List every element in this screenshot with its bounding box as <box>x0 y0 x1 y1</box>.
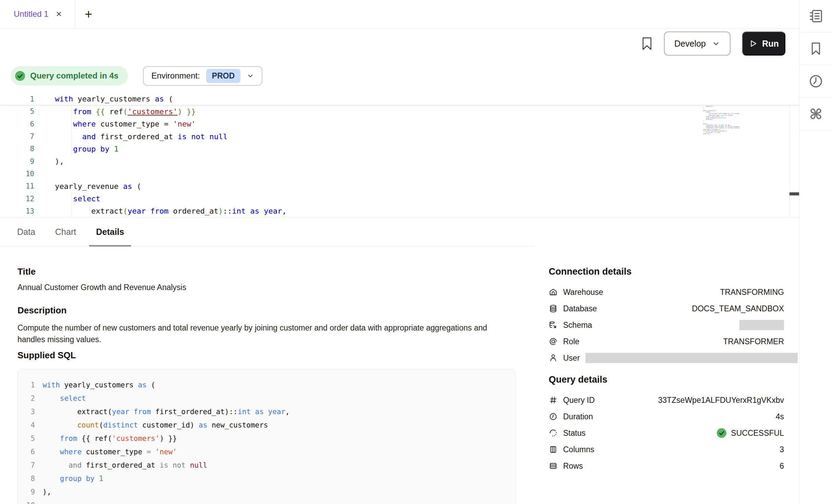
code-line: 13 extract(year from ordered_at)::int as… <box>0 205 799 217</box>
details-panel: Title Annual Customer Growth and Revenue… <box>0 247 799 504</box>
line-number: 7 <box>0 132 34 141</box>
line-number: 8 <box>0 145 34 153</box>
user-icon <box>549 353 558 362</box>
line-number: 5 <box>0 107 34 116</box>
supplied-sql-block: 1with yearly_customers as (2 select3 ext… <box>17 369 516 504</box>
redacted-value <box>585 353 798 363</box>
row-value: TRANSFORMING <box>720 288 784 297</box>
develop-label: Develop <box>674 39 706 49</box>
schema-icon <box>549 321 558 329</box>
code-line: 8 group by 1 <box>18 472 515 485</box>
warehouse-icon <box>549 288 558 297</box>
code-line: 6 where customer_type = 'new' <box>0 118 799 130</box>
environment-value-badge: PROD <box>206 69 240 83</box>
run-label: Run <box>762 39 779 49</box>
check-circle-icon <box>15 71 25 81</box>
columns-icon <box>549 445 558 454</box>
spinner-icon <box>549 429 558 437</box>
bookmark-button[interactable] <box>642 37 652 50</box>
toolbar: Develop Run <box>0 28 799 59</box>
row-label: Database <box>563 304 597 313</box>
code-line: 7 and first_ordered_at is not null <box>18 458 515 472</box>
query-row-columns: Columns 3 <box>549 441 784 458</box>
develop-dropdown-button[interactable]: Develop <box>664 32 730 56</box>
row-value: TRANSFORMER <box>723 337 784 346</box>
connection-row-schema: Schema <box>549 317 784 333</box>
editor-code: 1with yearly_customers as (5 from {{ ref… <box>0 93 799 217</box>
result-tab-bar: Data Chart Details <box>0 217 535 247</box>
line-number: 3 <box>18 408 35 416</box>
code-line: 6 where customer_type = 'new' <box>18 445 515 458</box>
chevron-down-icon <box>712 39 720 48</box>
tab-chart[interactable]: Chart <box>48 217 83 246</box>
tab-untitled-1[interactable]: Untitled 1 × <box>0 0 75 28</box>
row-label: Duration <box>563 412 593 421</box>
row-label: User <box>563 353 580 363</box>
row-value: SUCCESSFUL <box>731 429 784 438</box>
line-number: 13 <box>0 207 34 215</box>
clock-icon <box>549 412 558 421</box>
code-line: 1with yearly_customers as ( <box>0 93 799 105</box>
sidebar-item-notebook[interactable] <box>799 0 832 33</box>
code-line: 5 from {{ ref('customers') }} <box>0 105 799 118</box>
query-row-status: Status SUCCESSFUL <box>549 425 784 441</box>
success-check-icon <box>716 428 727 438</box>
rows-icon <box>549 461 558 470</box>
connection-row-user: User <box>549 350 784 366</box>
line-number: 8 <box>18 475 35 483</box>
details-right-column: Connection details Warehouse TRANSFORMIN… <box>549 266 784 474</box>
query-status-badge: Query completed in 4s <box>11 66 128 85</box>
row-label: Columns <box>563 445 594 454</box>
code-line: 9), <box>0 155 799 167</box>
row-label: Query ID <box>563 396 595 405</box>
history-clock-icon <box>808 73 824 89</box>
editor-scrollbar[interactable] <box>789 93 799 217</box>
line-number: 11 <box>0 182 34 190</box>
sidebar-item-history[interactable] <box>799 65 832 98</box>
line-number: 1 <box>0 95 34 103</box>
close-icon[interactable]: × <box>56 9 61 19</box>
run-button[interactable]: Run <box>742 32 785 56</box>
code-line: 12 select <box>0 192 799 205</box>
supplied-sql-heading: Supplied SQL <box>17 350 518 361</box>
environment-selector[interactable]: Environment: PROD <box>143 66 262 86</box>
code-line: 2 select <box>18 392 515 405</box>
tab-data[interactable]: Data <box>10 217 42 246</box>
line-number: 6 <box>0 120 34 128</box>
new-tab-button[interactable]: + <box>75 0 102 28</box>
row-value: 4s <box>776 412 784 421</box>
code-line: 9), <box>18 485 515 499</box>
environment-label: Environment: <box>151 71 200 81</box>
row-value: 33TZseWpe1ALFDUYerxR1gVKxbv <box>658 396 784 405</box>
connection-details-heading: Connection details <box>549 266 784 277</box>
line-number: 5 <box>18 434 35 443</box>
query-row-rows: Rows 6 <box>549 458 784 474</box>
query-status-text: Query completed in 4s <box>30 71 118 81</box>
description-heading: Description <box>17 305 518 316</box>
row-label: Warehouse <box>563 288 603 297</box>
description-value: Compute the number of new customers and … <box>17 322 489 345</box>
scrollbar-thumb[interactable] <box>789 192 799 195</box>
sql-editor[interactable]: 1with yearly_customers as (5 from {{ ref… <box>0 93 799 217</box>
bookmark-icon <box>808 41 824 57</box>
code-line: 4 count(distinct customer_id) as new_cus… <box>18 418 515 432</box>
line-number: 12 <box>0 195 34 203</box>
main-panel: Untitled 1 × + Develop <box>0 0 799 504</box>
code-line: 3 extract(year from first_ordered_at)::i… <box>18 405 515 418</box>
line-number: 6 <box>18 448 35 456</box>
line-number: 2 <box>18 394 35 403</box>
sidebar-item-assistant[interactable] <box>799 98 832 130</box>
tab-title: Untitled 1 <box>14 9 48 19</box>
row-label: Rows <box>563 461 583 471</box>
line-number: 10 <box>18 501 35 504</box>
code-line: 10 <box>0 168 799 180</box>
row-label: Schema <box>563 321 592 330</box>
tab-details[interactable]: Details <box>89 217 131 246</box>
x-knot-icon <box>808 106 824 122</box>
code-line: 5 from {{ ref('customers') }} <box>18 432 515 445</box>
row-value: 3 <box>780 445 784 454</box>
notebook-icon <box>808 8 824 24</box>
right-sidebar <box>799 0 832 504</box>
sidebar-item-bookmarks[interactable] <box>799 33 832 65</box>
code-line: 10 <box>18 499 515 504</box>
